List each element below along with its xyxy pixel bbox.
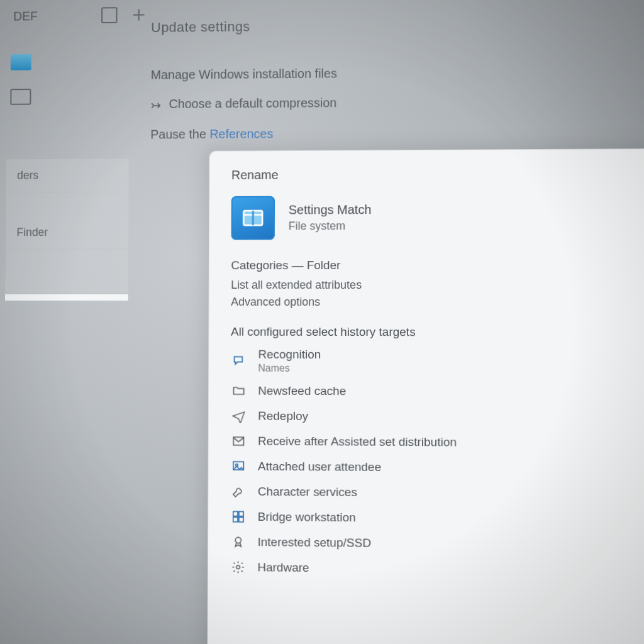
sidebar-item[interactable]: ders xyxy=(6,158,128,192)
list-item[interactable]: Interested setup/SSD xyxy=(230,534,644,555)
settings-dialog: Rename Settings Match File system Catego… xyxy=(207,148,644,644)
item-label: Receive after Assisted set distribution xyxy=(258,435,457,450)
sidebar-item[interactable]: Finder xyxy=(6,216,129,250)
dialog-title: Rename xyxy=(231,166,644,182)
svg-rect-7 xyxy=(239,518,243,522)
svg-rect-4 xyxy=(233,511,238,516)
item-label: Redeploy xyxy=(258,409,308,423)
badge-icon xyxy=(230,534,247,550)
folder-icon[interactable] xyxy=(11,54,31,70)
list-item[interactable]: Newsfeed cache xyxy=(231,382,644,401)
item-sublabel: Names xyxy=(258,363,321,374)
svg-rect-6 xyxy=(233,517,238,521)
list-heading: All configured select history targets xyxy=(231,325,644,340)
svg-point-9 xyxy=(236,565,240,569)
arrow-right-icon xyxy=(151,97,161,108)
airplane-icon xyxy=(231,408,247,424)
page-heading: Update settings xyxy=(151,19,250,36)
settings-list: Recognition Names Newsfeed cache Redeplo… xyxy=(230,348,644,580)
sidebar-item[interactable] xyxy=(5,273,128,294)
wrench-icon xyxy=(230,483,247,499)
list-item[interactable]: Recognition Names xyxy=(231,348,644,375)
match-sublabel: File system xyxy=(289,219,372,233)
sidebar-quick-icons xyxy=(10,54,31,105)
package-icon xyxy=(231,196,275,240)
mail-icon xyxy=(230,433,247,449)
svg-point-8 xyxy=(235,537,241,543)
item-label: Interested setup/SSD xyxy=(258,535,372,550)
group-categories: Categories — Folder xyxy=(231,258,644,272)
item-label: Attached user attendee xyxy=(258,460,381,474)
item-label: Newsfeed cache xyxy=(258,384,346,399)
device-icon[interactable] xyxy=(10,89,31,105)
setting-line-3: Pause the References xyxy=(150,127,273,142)
item-label: Character services xyxy=(258,485,357,499)
setting-line-1: Manage Windows installation files xyxy=(151,67,337,82)
list-item[interactable]: Receive after Assisted set distribution xyxy=(230,433,644,452)
item-label: Hardware xyxy=(257,560,309,575)
folder-icon xyxy=(231,382,247,399)
item-label: Recognition xyxy=(258,348,321,361)
window-tab-strip: DEF xyxy=(7,0,644,27)
references-link[interactable]: References xyxy=(209,127,273,141)
nav-sidebar: ders Finder xyxy=(5,158,129,301)
list-item[interactable]: Attached user attendee xyxy=(230,458,644,477)
setting-line-2: Choose a default compression xyxy=(150,95,336,111)
list-item[interactable]: Bridge workstation xyxy=(230,508,644,528)
photo-icon xyxy=(230,458,247,474)
gear-icon xyxy=(230,559,247,575)
window-title-fragment: DEF xyxy=(13,9,38,23)
speech-icon xyxy=(231,353,247,369)
svg-rect-5 xyxy=(239,511,243,516)
group-sub-2: Advanced options xyxy=(231,296,644,309)
list-item[interactable]: Redeploy xyxy=(231,408,644,426)
grid-icon xyxy=(230,508,247,525)
match-box[interactable]: Settings Match File system xyxy=(231,195,644,240)
list-item[interactable]: Hardware xyxy=(230,559,644,580)
new-tab-icon[interactable] xyxy=(131,7,147,23)
tab-thumbnail-icon[interactable] xyxy=(101,7,118,23)
item-label: Bridge workstation xyxy=(258,510,356,525)
list-item[interactable]: Character services xyxy=(230,483,644,502)
match-label: Settings Match xyxy=(289,203,372,217)
group-sub-1: List all extended attributes xyxy=(231,279,644,292)
